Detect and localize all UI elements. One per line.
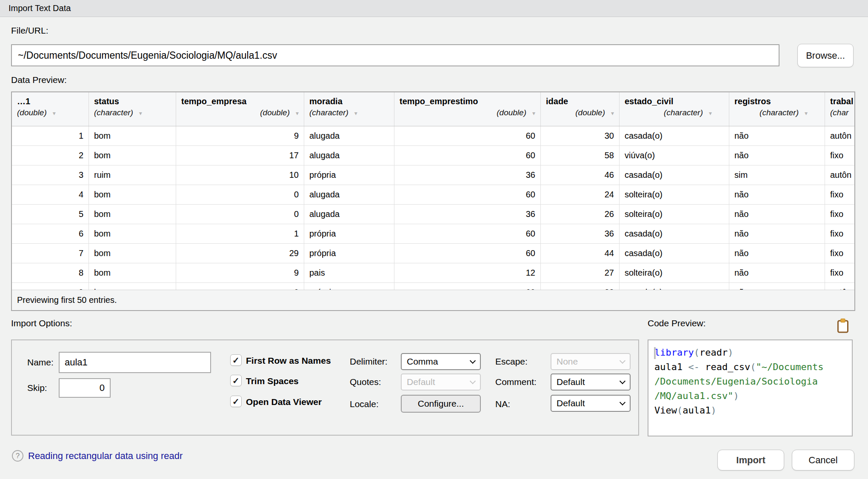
help-link[interactable]: Reading rectangular data using readr: [28, 450, 183, 462]
check-icon: ✓: [232, 355, 240, 365]
table-cell: autôn: [825, 165, 854, 185]
table-cell: 4: [12, 185, 89, 204]
code-lines: library(readr)aula1 <- read_csv("~/Docum…: [654, 345, 846, 418]
code-line: /MQ/aula1.csv"): [654, 389, 846, 403]
table-cell: não: [729, 126, 825, 145]
table-cell: alugada: [304, 126, 394, 145]
delimiter-select[interactable]: Comma: [401, 353, 481, 370]
table-cell: bom: [89, 224, 176, 243]
table-row: 9bom0própria6032casada(o)nãoautôn: [12, 283, 854, 290]
column-header-0[interactable]: …1(double)▾: [12, 92, 89, 126]
na-select[interactable]: Default: [551, 395, 631, 412]
table-cell: 5: [12, 205, 89, 224]
trim-spaces-checkbox[interactable]: ✓: [230, 375, 242, 386]
column-type-menu-arrow-icon[interactable]: ▾: [532, 110, 535, 117]
column-type-menu-arrow-icon[interactable]: ▾: [296, 110, 299, 117]
first-row-as-names-label: First Row as Names: [246, 356, 331, 366]
column-name: estado_civil: [620, 92, 729, 106]
file-url-input[interactable]: [11, 44, 779, 66]
column-type-menu-arrow-icon[interactable]: ▾: [611, 110, 614, 117]
cancel-button[interactable]: Cancel: [792, 450, 854, 470]
column-type-menu-arrow-icon[interactable]: ▾: [53, 110, 56, 117]
import-text-data-dialog: Import Text Data File/URL: Browse... Dat…: [0, 0, 868, 479]
column-type: (character)▾: [620, 106, 729, 117]
import-button[interactable]: Import: [717, 450, 784, 470]
table-cell: 30: [541, 126, 620, 145]
table-cell: alugada: [304, 185, 394, 204]
table-cell: pais: [304, 263, 394, 282]
window-title: Import Text Data: [9, 3, 71, 13]
code-line: library(readr): [654, 345, 846, 360]
comment-value: Default: [557, 377, 585, 387]
na-value: Default: [557, 398, 585, 408]
table-row: 5bom0alugada3626solteira(o)nãofixo: [12, 205, 854, 224]
table-cell: 60: [394, 283, 541, 290]
column-type-menu-arrow-icon[interactable]: ▾: [709, 110, 712, 117]
table-body: 1bom9alugada6030casada(o)nãoautôn2bom17a…: [12, 126, 854, 290]
table-cell: 9: [12, 283, 89, 290]
import-options-panel: Name: Skip: ✓ First Row as Names ✓ Trim …: [11, 339, 639, 436]
column-type-menu-arrow-icon[interactable]: ▾: [354, 110, 357, 117]
column-header-6[interactable]: estado_civil(character)▾: [620, 92, 729, 126]
name-input[interactable]: [59, 352, 211, 373]
table-header-row: …1(double)▾status(character)▾tempo_empre…: [12, 92, 854, 126]
copy-to-clipboard-icon[interactable]: [837, 318, 849, 334]
table-cell: bom: [89, 263, 176, 282]
browse-button[interactable]: Browse...: [797, 44, 854, 67]
table-cell: 2: [12, 146, 89, 165]
chevron-down-icon: [620, 399, 625, 405]
column-name: moradia: [304, 92, 394, 106]
table-cell: autôn: [825, 283, 854, 290]
table-cell: 1: [176, 224, 304, 243]
code-preview-panel: library(readr)aula1 <- read_csv("~/Docum…: [648, 339, 853, 436]
chevron-down-icon: [470, 378, 476, 384]
comment-select[interactable]: Default: [551, 374, 631, 391]
table-cell: fixo: [825, 263, 854, 282]
delimiter-label: Delimiter:: [350, 356, 388, 367]
column-header-3[interactable]: moradia(character)▾: [304, 92, 394, 126]
code-line: aula1 <- read_csv("~/Documents: [654, 360, 846, 374]
table-cell: fixo: [825, 224, 854, 243]
table-cell: sim: [729, 165, 825, 185]
column-type-menu-arrow-icon[interactable]: ▾: [805, 110, 808, 117]
table-cell: não: [729, 283, 825, 290]
open-data-viewer-label: Open Data Viewer: [246, 397, 322, 407]
code-preview-label: Code Preview:: [648, 318, 706, 328]
help-icon[interactable]: ?: [12, 450, 23, 462]
open-data-viewer-checkbox[interactable]: ✓: [230, 396, 242, 407]
table-row: 7bom29própria6044casada(o)nãofixo: [12, 244, 854, 263]
table-cell: não: [729, 244, 825, 263]
column-header-8[interactable]: trabal(char: [825, 92, 854, 126]
table-cell: fixo: [825, 146, 854, 165]
quotes-select: Default: [401, 374, 481, 391]
column-header-1[interactable]: status(character)▾: [89, 92, 176, 126]
table-row: 2bom17alugada6058viúva(o)nãofixo: [12, 146, 854, 165]
column-header-2[interactable]: tempo_empresa(double)▾: [176, 92, 304, 126]
skip-input[interactable]: [59, 378, 111, 398]
escape-select: None: [551, 353, 631, 370]
table-cell: não: [729, 205, 825, 224]
na-label: NA:: [495, 399, 510, 409]
table-cell: 27: [541, 263, 620, 282]
column-header-4[interactable]: tempo_emprestimo(double)▾: [394, 92, 541, 126]
table-cell: 36: [541, 224, 620, 243]
table-row: 6bom1própria6036casada(o)nãofixo: [12, 224, 854, 244]
column-name: trabal: [825, 92, 854, 106]
table-cell: 60: [394, 126, 541, 145]
table-cell: casada(o): [620, 126, 729, 145]
preview-status-text: Previewing first 50 entries.: [17, 295, 117, 305]
column-type-menu-arrow-icon[interactable]: ▾: [139, 110, 142, 117]
column-header-5[interactable]: idade(double)▾: [541, 92, 620, 126]
table-cell: 12: [394, 263, 541, 282]
column-header-7[interactable]: registros(character)▾: [729, 92, 825, 126]
table-cell: bom: [89, 244, 176, 263]
table-cell: 60: [394, 146, 541, 165]
table-cell: casada(o): [620, 224, 729, 243]
table-cell: 0: [176, 185, 304, 204]
column-name: …1: [12, 92, 89, 106]
file-url-label: File/URL:: [11, 26, 49, 36]
first-row-as-names-checkbox[interactable]: ✓: [230, 354, 242, 366]
column-type: (character)▾: [729, 106, 825, 117]
check-icon: ✓: [232, 376, 240, 386]
locale-configure-button[interactable]: Configure...: [401, 395, 481, 413]
